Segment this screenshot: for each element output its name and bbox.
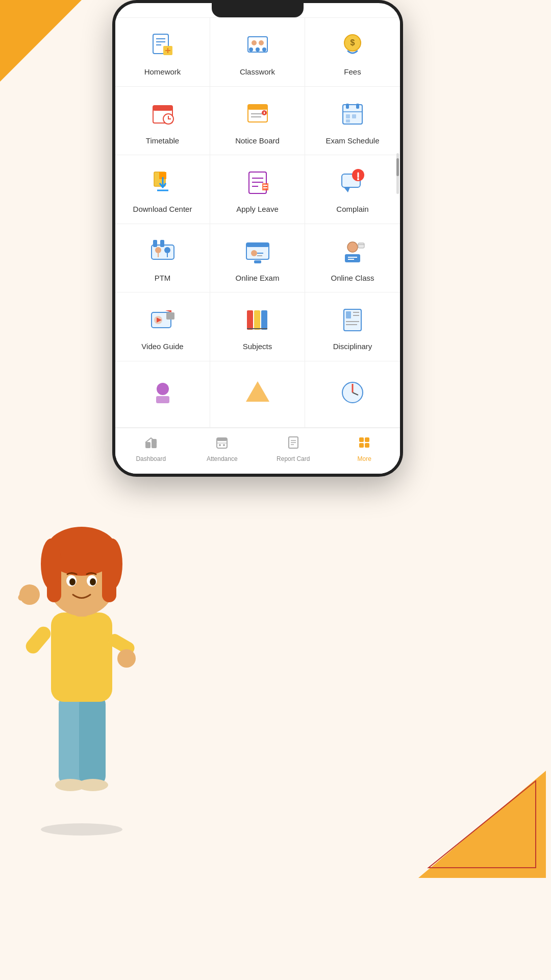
phone-body: HomeworkClasswork$FeesTimetableNotice Bo… bbox=[112, 0, 403, 477]
more-nav-label: More bbox=[358, 455, 371, 462]
online-class-label: Online Class bbox=[331, 273, 374, 283]
svg-rect-28 bbox=[346, 104, 349, 109]
menu-item-exam-schedule[interactable]: Exam Schedule bbox=[305, 87, 400, 156]
classwork-icon bbox=[241, 29, 274, 62]
svg-rect-111 bbox=[23, 624, 54, 656]
phone-container: HomeworkClasswork$FeesTimetableNotice Bo… bbox=[112, 0, 403, 521]
notice-board-icon bbox=[241, 98, 274, 131]
online-exam-icon bbox=[241, 235, 274, 268]
svg-rect-31 bbox=[346, 114, 350, 118]
svg-point-63 bbox=[347, 242, 358, 252]
menu-item-subjects[interactable]: Subjects bbox=[210, 292, 305, 361]
menu-item-more2[interactable] bbox=[210, 361, 305, 428]
svg-rect-103 bbox=[359, 443, 364, 448]
menu-item-video-guide[interactable]: Video Guide bbox=[115, 292, 210, 361]
menu-item-fees[interactable]: $Fees bbox=[305, 18, 400, 87]
more1-icon bbox=[146, 376, 179, 409]
svg-rect-104 bbox=[365, 443, 369, 448]
timetable-icon bbox=[146, 98, 179, 131]
dashboard-nav-label: Dashboard bbox=[136, 455, 166, 462]
online-class-icon bbox=[336, 235, 369, 268]
nav-item-attendance[interactable]: Attendance bbox=[187, 432, 258, 465]
phone-notch bbox=[212, 3, 304, 17]
svg-rect-79 bbox=[346, 311, 351, 318]
svg-point-95 bbox=[219, 444, 221, 446]
nav-item-report-card[interactable]: Report Card bbox=[258, 432, 329, 465]
svg-point-11 bbox=[252, 40, 257, 45]
svg-rect-102 bbox=[365, 437, 369, 442]
menu-item-online-class[interactable]: Online Class bbox=[305, 224, 400, 293]
nav-item-dashboard[interactable]: Dashboard bbox=[115, 432, 187, 465]
svg-rect-22 bbox=[248, 105, 267, 110]
svg-point-96 bbox=[223, 444, 225, 446]
menu-item-online-exam[interactable]: Online Exam bbox=[210, 224, 305, 293]
svg-rect-107 bbox=[79, 694, 106, 786]
menu-item-homework[interactable]: Homework bbox=[115, 18, 210, 87]
svg-rect-93 bbox=[217, 438, 227, 441]
download-center-icon bbox=[146, 166, 179, 199]
svg-point-109 bbox=[78, 779, 108, 791]
svg-point-49 bbox=[357, 178, 359, 180]
svg-rect-73 bbox=[166, 312, 174, 320]
apply-leave-label: Apply Leave bbox=[236, 204, 279, 214]
scroll-thumb bbox=[396, 158, 399, 176]
more2-icon bbox=[241, 376, 274, 409]
report-card-nav-label: Report Card bbox=[277, 455, 310, 462]
homework-icon bbox=[146, 29, 179, 62]
menu-item-classwork[interactable]: Classwork bbox=[210, 18, 305, 87]
menu-item-more1[interactable] bbox=[115, 361, 210, 428]
svg-point-114 bbox=[117, 649, 136, 668]
classwork-label: Classwork bbox=[240, 67, 275, 77]
svg-rect-55 bbox=[153, 240, 157, 247]
nav-item-more[interactable]: More bbox=[329, 432, 400, 465]
subjects-icon bbox=[241, 304, 274, 336]
svg-point-13 bbox=[249, 47, 253, 52]
svg-rect-90 bbox=[145, 442, 151, 448]
svg-rect-58 bbox=[246, 243, 269, 247]
svg-rect-85 bbox=[156, 396, 169, 403]
more-nav-icon bbox=[357, 435, 371, 453]
ptm-icon bbox=[146, 235, 179, 268]
apply-leave-icon bbox=[241, 166, 274, 199]
scroll-indicator[interactable] bbox=[396, 153, 399, 194]
report-card-nav-icon bbox=[286, 435, 300, 453]
deco-triangle-bottom-right bbox=[413, 766, 546, 878]
disciplinary-label: Disciplinary bbox=[333, 341, 372, 352]
fees-icon: $ bbox=[336, 29, 369, 62]
complain-icon bbox=[336, 166, 369, 199]
svg-point-14 bbox=[256, 47, 260, 52]
svg-point-124 bbox=[69, 578, 76, 585]
svg-point-121 bbox=[102, 538, 122, 590]
svg-point-12 bbox=[259, 40, 264, 45]
menu-item-download-center[interactable]: Download Center bbox=[115, 155, 210, 224]
svg-rect-101 bbox=[359, 437, 364, 442]
deco-outline-top-left bbox=[5, 5, 66, 66]
exam-schedule-label: Exam Schedule bbox=[325, 136, 379, 146]
svg-point-15 bbox=[262, 47, 266, 52]
homework-label: Homework bbox=[144, 67, 181, 77]
menu-item-complain[interactable]: Complain bbox=[305, 155, 400, 224]
menu-item-disciplinary[interactable]: Disciplinary bbox=[305, 292, 400, 361]
svg-rect-50 bbox=[152, 245, 174, 259]
ptm-label: PTM bbox=[155, 273, 171, 283]
svg-rect-56 bbox=[160, 240, 164, 247]
menu-item-notice-board[interactable]: Notice Board bbox=[210, 87, 305, 156]
fees-label: Fees bbox=[344, 67, 361, 77]
attendance-nav-label: Attendance bbox=[207, 455, 238, 462]
svg-point-51 bbox=[155, 247, 161, 253]
svg-rect-74 bbox=[247, 310, 253, 330]
complain-label: Complain bbox=[336, 204, 368, 214]
dashboard-nav-icon bbox=[144, 435, 158, 453]
menu-item-ptm[interactable]: PTM bbox=[115, 224, 210, 293]
video-guide-icon bbox=[146, 304, 179, 336]
character-figure bbox=[0, 480, 163, 837]
menu-item-apply-leave[interactable]: Apply Leave bbox=[210, 155, 305, 224]
menu-item-more3[interactable] bbox=[305, 361, 400, 428]
menu-item-timetable[interactable]: Timetable bbox=[115, 87, 210, 156]
more3-icon bbox=[336, 376, 369, 409]
attendance-nav-icon bbox=[215, 435, 229, 453]
svg-text:$: $ bbox=[350, 38, 355, 47]
svg-marker-86 bbox=[246, 381, 269, 402]
svg-rect-62 bbox=[254, 260, 261, 263]
app-content: HomeworkClasswork$FeesTimetableNotice Bo… bbox=[115, 17, 400, 474]
